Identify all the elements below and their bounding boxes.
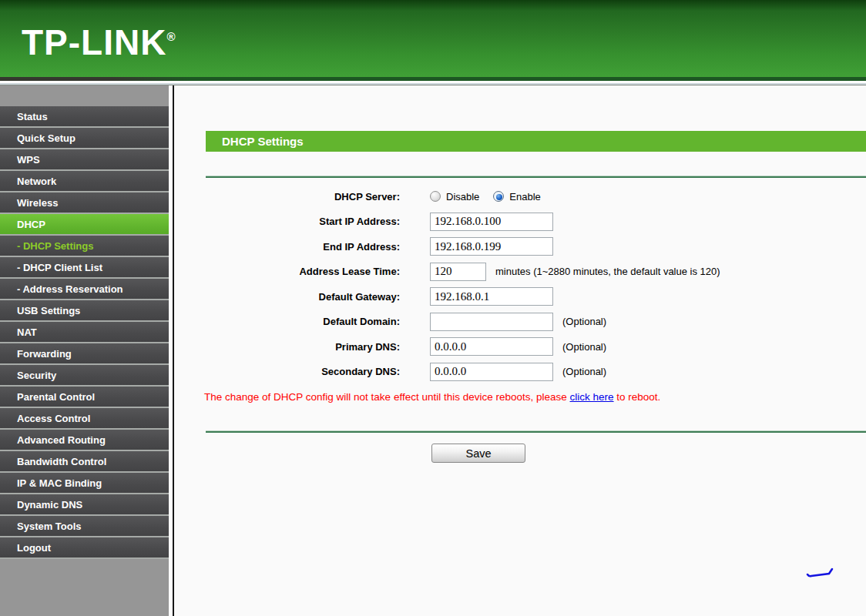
sidebar-item-label: Dynamic DNS xyxy=(0,494,169,516)
warning-text-post: to reboot. xyxy=(614,391,661,403)
sidebar-item-ip-mac-binding[interactable]: IP & MAC Binding xyxy=(0,473,169,494)
input-default-gateway[interactable] xyxy=(430,287,553,306)
sidebar-item-advanced-routing[interactable]: Advanced Routing xyxy=(0,430,169,451)
sidebar-item-label: Wireless xyxy=(0,192,169,214)
form-row-secondary-dns: Secondary DNS: (Optional) xyxy=(174,360,866,385)
tplink-logo: TP-LINK® xyxy=(22,17,176,62)
form-row-address-lease-time: Address Lease Time: minutes (1~2880 minu… xyxy=(174,259,866,285)
form-row-primary-dns: Primary DNS: (Optional) xyxy=(174,334,866,360)
field-label: Secondary DNS: xyxy=(174,366,400,377)
sidebar-item-forwarding[interactable]: Forwarding xyxy=(0,343,169,365)
field-suffix: (Optional) xyxy=(562,316,606,327)
field-label-dhcp-server: DHCP Server: xyxy=(174,191,400,203)
form-row-end-ip-address: End IP Address: xyxy=(174,234,866,259)
form-row-default-domain: Default Domain: (Optional) xyxy=(174,310,866,335)
sidebar-item-label: Network xyxy=(0,171,169,192)
sidebar-item-dhcp[interactable]: DHCP xyxy=(0,214,169,236)
radio-option-enable[interactable]: Enable xyxy=(493,191,540,203)
sidebar-item-label: - Address Reservation xyxy=(0,279,169,300)
sidebar-item-label: Status xyxy=(0,106,169,128)
input-primary-dns[interactable] xyxy=(430,337,553,356)
sidebar-item-wps[interactable]: WPS xyxy=(0,149,169,171)
separator-bottom xyxy=(206,430,866,433)
click-here-link[interactable]: click here xyxy=(570,391,614,403)
dhcp-server-radio-group: Disable Enable xyxy=(430,191,541,203)
form-row-default-gateway: Default Gateway: xyxy=(174,284,866,310)
sidebar-menu: Status Quick Setup WPS Network Wireless … xyxy=(0,106,169,559)
sidebar-item-parental-control[interactable]: Parental Control xyxy=(0,387,169,408)
field-control xyxy=(430,287,553,306)
dhcp-form: DHCP Server: Disable Enable Start IP Add… xyxy=(174,184,866,384)
sidebar-item-label: - DHCP Settings xyxy=(0,236,169,257)
field-label: End IP Address: xyxy=(174,241,400,253)
sidebar-item-label: Parental Control xyxy=(0,387,169,408)
field-control: minutes (1~2880 minutes, the default val… xyxy=(430,263,720,281)
sidebar-item-wireless[interactable]: Wireless xyxy=(0,192,169,214)
sidebar-item-label: Advanced Routing xyxy=(0,430,169,451)
sidebar-item-label: System Tools xyxy=(0,516,169,537)
separator-top xyxy=(206,176,866,178)
sidebar-item-label: WPS xyxy=(0,149,169,171)
sidebar-item-security[interactable]: Security xyxy=(0,365,169,387)
sidebar-item-status[interactable]: Status xyxy=(0,106,169,128)
radio-icon[interactable] xyxy=(430,191,441,202)
sidebar-nav: Status Quick Setup WPS Network Wireless … xyxy=(0,85,169,616)
sidebar-item-nat[interactable]: NAT xyxy=(0,322,169,343)
field-suffix: (Optional) xyxy=(562,366,606,377)
sidebar-item-address-reservation[interactable]: - Address Reservation xyxy=(0,279,169,300)
field-control xyxy=(430,213,553,231)
page-title: DHCP Settings xyxy=(206,131,866,152)
warning-text-pre: The change of DHCP config will not take … xyxy=(204,391,570,403)
field-control: (Optional) xyxy=(430,363,606,381)
sidebar-item-dynamic-dns[interactable]: Dynamic DNS xyxy=(0,494,169,516)
sidebar-item-usb-settings[interactable]: USB Settings xyxy=(0,300,169,322)
field-rows: Start IP Address: End IP Address: Addres… xyxy=(174,209,866,385)
sidebar-item-label: Access Control xyxy=(0,408,169,430)
radio-label: Enable xyxy=(509,191,540,203)
form-row-start-ip-address: Start IP Address: xyxy=(174,209,866,235)
sidebar-item-label: NAT xyxy=(0,322,169,343)
sidebar-item-label: Forwarding xyxy=(0,343,169,365)
sidebar-item-label: Quick Setup xyxy=(0,128,169,149)
sidebar-item-network[interactable]: Network xyxy=(0,171,169,192)
field-label: Default Gateway: xyxy=(174,291,400,303)
input-default-domain[interactable] xyxy=(430,313,553,331)
sidebar-item-quick-setup[interactable]: Quick Setup xyxy=(0,128,169,149)
field-control xyxy=(430,237,553,256)
field-label: Default Domain: xyxy=(174,316,400,327)
sidebar-item-dhcp-client-list[interactable]: - DHCP Client List xyxy=(0,257,169,279)
input-end-ip-address[interactable] xyxy=(430,237,553,256)
sidebar-item-bandwidth-control[interactable]: Bandwidth Control xyxy=(0,451,169,473)
main-area: Status Quick Setup WPS Network Wireless … xyxy=(0,85,866,616)
input-start-ip-address[interactable] xyxy=(430,213,553,231)
sidebar-item-label: Logout xyxy=(0,537,169,559)
reboot-warning: The change of DHCP config will not take … xyxy=(204,391,858,403)
registered-mark: ® xyxy=(166,30,176,43)
logo-text: TP-LINK xyxy=(22,22,166,62)
page-title-bar: DHCP Settings xyxy=(206,131,866,152)
sidebar-item-access-control[interactable]: Access Control xyxy=(0,408,169,430)
header-banner: TP-LINK® xyxy=(0,0,866,77)
field-label: Address Lease Time: xyxy=(174,266,400,277)
sidebar-item-label: USB Settings xyxy=(0,300,169,322)
input-secondary-dns[interactable] xyxy=(430,363,553,381)
content-pane: DHCP Settings DHCP Server: Disable Enabl… xyxy=(174,85,866,616)
field-label: Start IP Address: xyxy=(174,216,400,227)
radio-icon[interactable] xyxy=(493,191,504,202)
field-suffix: (Optional) xyxy=(562,341,606,353)
sidebar-item-label: - DHCP Client List xyxy=(0,257,169,279)
sidebar-item-logout[interactable]: Logout xyxy=(0,537,169,559)
sidebar-item-system-tools[interactable]: System Tools xyxy=(0,516,169,537)
field-label: Primary DNS: xyxy=(174,341,400,353)
radio-label: Disable xyxy=(446,191,479,203)
input-address-lease-time[interactable] xyxy=(430,263,486,281)
field-suffix: minutes (1~2880 minutes, the default val… xyxy=(495,266,720,277)
radio-option-disable[interactable]: Disable xyxy=(430,191,479,203)
save-button[interactable]: Save xyxy=(431,444,525,463)
sidebar-item-label: IP & MAC Binding xyxy=(0,473,169,494)
field-control: (Optional) xyxy=(430,337,606,356)
field-control: (Optional) xyxy=(430,313,606,331)
sidebar-item-label: DHCP xyxy=(0,214,169,236)
sidebar-item-dhcp-settings[interactable]: - DHCP Settings xyxy=(0,236,169,257)
sidebar-item-label: Bandwidth Control xyxy=(0,451,169,473)
